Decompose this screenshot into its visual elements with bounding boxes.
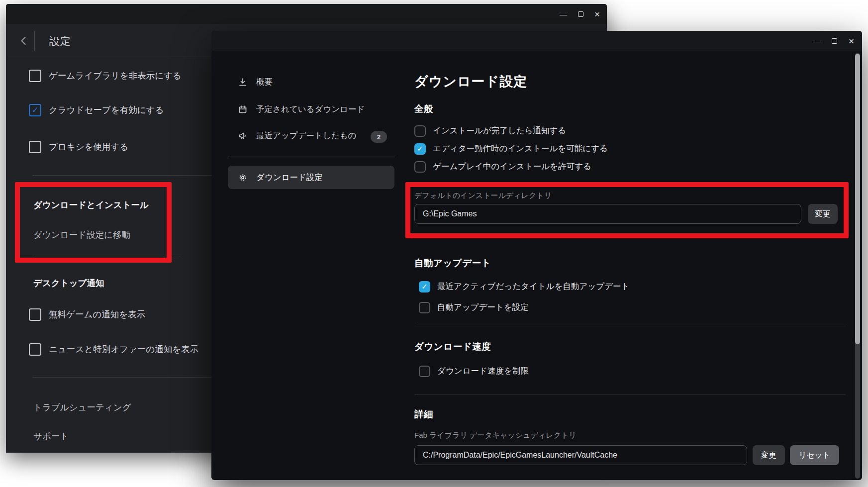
- settings-window-titlebar[interactable]: [6, 4, 607, 24]
- reset-cache-directory-button[interactable]: リセット: [790, 445, 839, 465]
- settings-window-controls: — ×: [560, 4, 600, 24]
- install-directory-label: デフォルトのインストールディレクトリ: [414, 191, 552, 200]
- checkbox-row-news-offers: ニュースと特別オファーの通知を表示: [29, 343, 198, 356]
- minimize-icon[interactable]: —: [560, 10, 567, 18]
- sidebar-item-label: 予定されているダウンロード: [256, 104, 365, 115]
- checkbox-row-editor-install: エディター動作時のインストールを可能にする: [414, 143, 608, 155]
- checkbox-label: ニュースと特別オファーの通知を表示: [49, 343, 198, 355]
- support-link[interactable]: サポート: [33, 430, 69, 442]
- section-general: 全般: [414, 102, 433, 115]
- page-title: ダウンロード設定: [414, 73, 527, 91]
- checkbox-label: エディター動作時のインストールを可能にする: [433, 143, 608, 154]
- checkbox-free-games[interactable]: [29, 308, 41, 321]
- checkbox-proxy[interactable]: [29, 141, 41, 153]
- download-settings-dialog: — × 概要 予定されているダウンロード 最近アップデートしたもの 2 ダウンロ…: [211, 31, 862, 480]
- checkbox-row-cloud-saves: クラウドセーブを有効にする: [29, 103, 164, 116]
- sidebar-item-label: 概要: [256, 77, 273, 88]
- close-icon[interactable]: ×: [594, 9, 600, 19]
- install-directory-input[interactable]: [414, 204, 801, 224]
- checkbox-row-free-games: 無料ゲームの通知を表示: [29, 308, 145, 321]
- checkbox-editor-install[interactable]: [414, 143, 426, 155]
- checkbox-cloud-saves[interactable]: [29, 104, 41, 116]
- checkbox-auto-update-recent[interactable]: [419, 281, 430, 292]
- close-icon[interactable]: ×: [849, 36, 854, 46]
- checkbox-row-hide-library: ゲームライブラリを非表示にする: [29, 69, 182, 82]
- desktop: — × 設定 ゲームライブラリを非表示にする クラウドセーブを有効にする プロキ…: [0, 0, 868, 487]
- checkbox-label: ダウンロード速度を制限: [437, 366, 529, 377]
- checkbox-notify-complete[interactable]: [414, 125, 426, 137]
- maximize-icon[interactable]: [578, 11, 583, 17]
- checkbox-row-limit-speed: ダウンロード速度を制限: [419, 365, 529, 377]
- checkbox-row-proxy: プロキシを使用する: [29, 140, 128, 153]
- section-auto-update: 自動アップデート: [414, 257, 491, 269]
- divider: [32, 377, 216, 378]
- change-install-directory-button[interactable]: 変更: [808, 204, 838, 224]
- checkbox-gameplay-install[interactable]: [414, 161, 426, 173]
- desktop-stars: [0, 0, 1, 1]
- divider: [32, 255, 182, 255]
- sidebar-divider: [228, 157, 394, 157]
- checkbox-label: 最近アクティブだったタイトルを自動アップデート: [437, 281, 629, 292]
- checkbox-label: ゲームライブラリを非表示にする: [49, 70, 182, 82]
- sidebar-item-download-settings[interactable]: ダウンロード設定: [228, 166, 394, 189]
- dialog-window-controls: — ×: [813, 31, 854, 51]
- download-icon: [238, 77, 248, 87]
- sidebar-item-label: ダウンロード設定: [256, 172, 323, 183]
- megaphone-icon: [238, 131, 248, 141]
- checkbox-label: インストールが完了したら通知する: [433, 125, 566, 136]
- checkbox-label: ゲームプレイ中のインストールを許可する: [433, 161, 591, 172]
- checkbox-auto-update-schedule[interactable]: [419, 302, 430, 313]
- sidebar-item-overview[interactable]: 概要: [238, 74, 273, 91]
- checkbox-limit-speed[interactable]: [419, 366, 430, 377]
- dialog-titlebar[interactable]: [211, 31, 862, 51]
- back-chevron-icon[interactable]: [18, 35, 30, 47]
- checkbox-row-auto-update-recent: 最近アクティブだったタイトルを自動アップデート: [419, 281, 629, 292]
- gear-icon: [238, 173, 248, 183]
- fab-cache-directory-input[interactable]: [414, 445, 747, 465]
- scrollbar-thumb[interactable]: [855, 54, 860, 344]
- checkbox-row-gameplay-install: ゲームプレイ中のインストールを許可する: [414, 161, 591, 173]
- section-download-speed: ダウンロード速度: [414, 340, 491, 353]
- section-desktop-notifications: デスクトップ通知: [33, 277, 104, 289]
- settings-title: 設定: [49, 34, 71, 48]
- checkbox-row-auto-update-schedule: 自動アップデートを設定: [419, 301, 529, 313]
- recently-updated-count-badge: 2: [371, 131, 387, 143]
- checkbox-label: 自動アップデートを設定: [437, 302, 529, 313]
- checkbox-label: クラウドセーブを有効にする: [49, 104, 164, 116]
- sidebar-item-scheduled-downloads[interactable]: 予定されているダウンロード: [238, 101, 365, 118]
- checkbox-label: 無料ゲームの通知を表示: [49, 308, 145, 320]
- divider: [414, 326, 846, 326]
- calendar-icon: [238, 104, 248, 114]
- section-downloads-install: ダウンロードとインストール: [33, 199, 149, 211]
- maximize-icon[interactable]: [832, 38, 837, 44]
- scrollbar-track[interactable]: [855, 53, 860, 479]
- fab-cache-directory-label: Fab ライブラリ データキャッシュディレクトリ: [414, 431, 577, 440]
- troubleshooting-link[interactable]: トラブルシューティング: [33, 401, 131, 413]
- sidebar-item-recently-updated[interactable]: 最近アップデートしたもの: [238, 127, 356, 144]
- divider: [414, 394, 846, 395]
- checkbox-news-offers[interactable]: [29, 343, 41, 356]
- goto-download-settings-link[interactable]: ダウンロード設定に移動: [33, 229, 130, 241]
- checkbox-row-notify-complete: インストールが完了したら通知する: [414, 125, 566, 137]
- header-divider: [34, 31, 35, 51]
- checkbox-hide-library[interactable]: [29, 70, 41, 82]
- divider: [32, 175, 211, 176]
- change-cache-directory-button[interactable]: 変更: [753, 445, 785, 465]
- section-advanced: 詳細: [414, 408, 433, 420]
- sidebar-item-label: 最近アップデートしたもの: [256, 130, 356, 141]
- checkbox-label: プロキシを使用する: [49, 141, 128, 153]
- minimize-icon[interactable]: —: [813, 37, 820, 45]
